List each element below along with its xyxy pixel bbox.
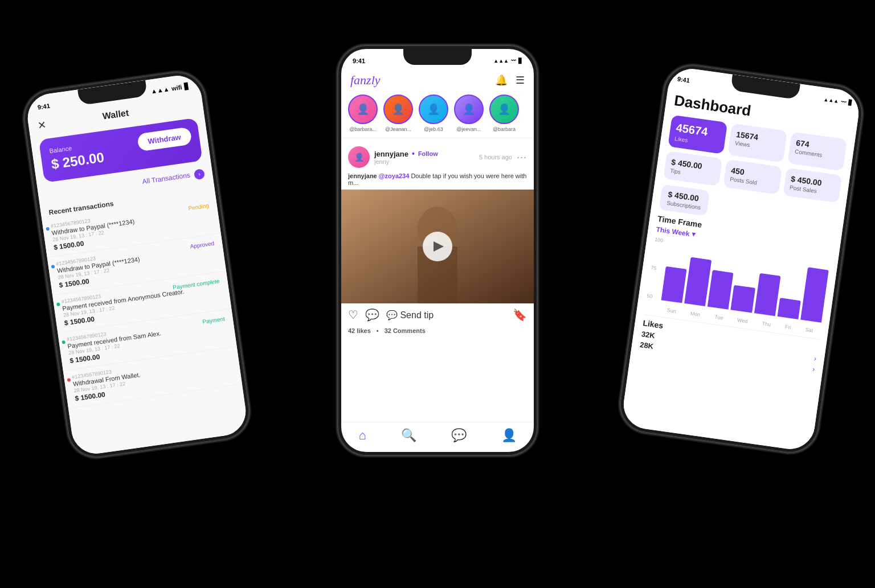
story-item[interactable]: 👤 @jeb.63 bbox=[419, 94, 448, 132]
wallet-phone: 9:41 ▲▲▲ wifi ▊ ✕ Wallet Withdraw Balanc… bbox=[21, 69, 252, 460]
divider bbox=[341, 138, 534, 138]
post-stats: 42 likes • 32 Comments bbox=[341, 326, 534, 338]
wallet-screen: 9:41 ▲▲▲ wifi ▊ ✕ Wallet Withdraw Balanc… bbox=[24, 73, 249, 457]
story-item[interactable]: 👤 @barbara... bbox=[348, 94, 378, 132]
post-username: jennyjane • Follow bbox=[374, 149, 475, 158]
play-icon bbox=[434, 241, 444, 252]
tx-dot-5 bbox=[67, 378, 71, 382]
bar-sat bbox=[800, 268, 829, 323]
likes-value-32k: 32K bbox=[641, 330, 656, 340]
caption-username: jennyjane bbox=[348, 172, 377, 179]
avatar-img: 👤 bbox=[490, 96, 518, 123]
x-label-mon: Mon bbox=[690, 311, 701, 318]
dashboard-phone: 9:41 ▲▲▲ 〰 ▊ Dashboard 45674 Likes bbox=[616, 62, 865, 456]
chevron-down-icon[interactable]: ▾ bbox=[691, 231, 696, 239]
status-time-left: 9:41 bbox=[37, 102, 50, 111]
post-more-icon[interactable]: ··· bbox=[517, 151, 527, 163]
tx-dot-2 bbox=[51, 265, 55, 269]
comment-icon[interactable]: 💬 bbox=[365, 308, 379, 322]
caption-mention[interactable]: @zoya234 bbox=[379, 172, 410, 179]
battery-icon: ▊ bbox=[183, 83, 189, 91]
bullet: • bbox=[377, 327, 379, 334]
likes-arrow-icon[interactable]: › bbox=[812, 365, 815, 373]
post-user-info: jennyjane • Follow jenny bbox=[374, 149, 475, 165]
signal-icon: ▲▲▲ bbox=[493, 58, 509, 64]
stat-card-post-sales: $ 450.00 Post Sales bbox=[783, 168, 842, 203]
bar-mon bbox=[684, 257, 712, 306]
avatar-img: 👤 bbox=[349, 96, 377, 123]
post-media[interactable] bbox=[341, 190, 534, 303]
battery-icon: ▊ bbox=[848, 100, 852, 106]
story-avatar: 👤 bbox=[383, 94, 413, 124]
likes-value-28k: 28K bbox=[639, 340, 654, 351]
notch-center bbox=[403, 49, 472, 65]
y-label-100: 100 bbox=[655, 237, 668, 244]
story-name: @barbara... bbox=[349, 126, 377, 132]
chevron-right-icon: › bbox=[194, 168, 205, 180]
tx-dot-3 bbox=[56, 302, 60, 306]
bar-thu bbox=[754, 273, 781, 316]
post-actions: ♡ 💬 💬 Send tip 🔖 bbox=[341, 303, 534, 326]
phones-container: 9:41 ▲▲▲ wifi ▊ ✕ Wallet Withdraw Balanc… bbox=[0, 0, 875, 588]
stat-card-subscriptions: $ 450.00 Subscriptions bbox=[659, 184, 710, 216]
bar-sun bbox=[661, 266, 687, 303]
battery-icon: ▊ bbox=[518, 58, 522, 64]
x-label-sat: Sat bbox=[805, 327, 813, 334]
avatar-img: 👤 bbox=[385, 96, 412, 123]
nav-search-icon[interactable]: 🔍 bbox=[401, 428, 416, 443]
dashboard-screen: 9:41 ▲▲▲ 〰 ▊ Dashboard 45674 Likes bbox=[620, 66, 862, 453]
bar-tue bbox=[708, 270, 734, 310]
notification-icon[interactable]: 🔔 bbox=[495, 74, 508, 87]
story-name: @barbara bbox=[493, 126, 516, 132]
status-icons-center: ▲▲▲ 〰 ▊ bbox=[493, 58, 522, 64]
bookmark-icon[interactable]: 🔖 bbox=[513, 308, 527, 322]
y-label-75: 75 bbox=[651, 265, 664, 272]
wifi-icon: 〰 bbox=[511, 58, 516, 64]
likes-count: 42 likes bbox=[348, 327, 371, 334]
y-label-50: 50 bbox=[647, 293, 660, 301]
x-label-thu: Thu bbox=[762, 320, 771, 327]
story-name: @jeb.63 bbox=[424, 126, 443, 132]
bar-fri bbox=[777, 298, 800, 319]
follow-button[interactable]: Follow bbox=[418, 150, 438, 157]
stories-row: 👤 @barbara... 👤 @Jeanan... 👤 bbox=[341, 92, 534, 138]
likes-arrow-icon[interactable]: › bbox=[813, 354, 817, 362]
app-logo: fanzly bbox=[350, 73, 381, 88]
nav-home-icon[interactable]: ⌂ bbox=[358, 428, 366, 443]
like-icon[interactable]: ♡ bbox=[348, 308, 358, 322]
wifi-icon: 〰 bbox=[840, 99, 846, 105]
stat-card-tips: $ 450.00 Tips bbox=[663, 151, 722, 186]
story-avatar: 👤 bbox=[348, 94, 378, 124]
menu-icon[interactable]: ☰ bbox=[516, 74, 525, 87]
status-icons-left: ▲▲▲ wifi ▊ bbox=[150, 83, 189, 95]
feed-header: fanzly 🔔 ☰ bbox=[341, 69, 534, 92]
x-label-wed: Wed bbox=[737, 317, 749, 324]
nav-messages-icon[interactable]: 💬 bbox=[451, 428, 467, 443]
signal-icon: ▲▲▲ bbox=[823, 96, 839, 104]
post-header: 👤 jennyjane • Follow jenny 5 hours ago ·… bbox=[341, 143, 534, 171]
story-item[interactable]: 👤 @barbara bbox=[489, 94, 519, 132]
story-item[interactable]: 👤 @jeevan... bbox=[454, 94, 484, 132]
story-item[interactable]: 👤 @Jeanan... bbox=[383, 94, 413, 132]
status-time-center: 9:41 bbox=[353, 57, 365, 64]
play-button[interactable] bbox=[423, 232, 452, 261]
story-avatar: 👤 bbox=[454, 94, 484, 124]
post-time: 5 hours ago bbox=[479, 154, 512, 161]
comments-count: 32 Comments bbox=[385, 327, 426, 334]
x-label-tue: Tue bbox=[714, 314, 723, 321]
avatar-img: 👤 bbox=[455, 96, 483, 123]
status-time-right: 9:41 bbox=[677, 75, 690, 84]
post-subname: jenny bbox=[374, 158, 475, 165]
wallet-title: Wallet bbox=[102, 108, 130, 121]
bar-wed bbox=[731, 285, 755, 312]
nav-profile-icon[interactable]: 👤 bbox=[501, 428, 517, 443]
post-avatar: 👤 bbox=[348, 146, 370, 168]
tip-icon[interactable]: 💬 Send tip bbox=[386, 310, 434, 320]
x-label-fri: Fri bbox=[784, 324, 791, 330]
wifi-icon: wifi bbox=[171, 84, 182, 92]
post-avatar-img: 👤 bbox=[348, 146, 370, 168]
story-name: @Jeanan... bbox=[385, 126, 411, 132]
status-icons-right: ▲▲▲ 〰 ▊ bbox=[823, 96, 853, 106]
close-icon[interactable]: ✕ bbox=[37, 118, 47, 132]
story-avatar: 👤 bbox=[419, 94, 448, 124]
